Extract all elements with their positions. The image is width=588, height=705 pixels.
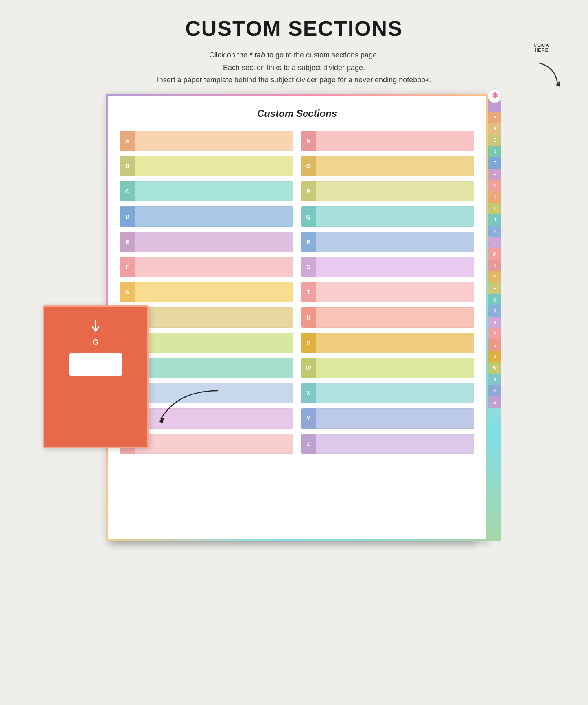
section-content-m xyxy=(135,434,293,454)
tab-item-d[interactable]: D xyxy=(488,146,501,157)
popup-arrow-icon xyxy=(87,319,104,335)
section-row-right-r[interactable]: R xyxy=(301,232,474,252)
section-content-i xyxy=(135,333,293,353)
section-content-t xyxy=(316,282,474,302)
section-label-z: Z xyxy=(301,434,316,454)
section-label-d: D xyxy=(120,206,135,227)
tab-item-n[interactable]: N xyxy=(488,260,501,271)
section-row-left-c[interactable]: C xyxy=(120,181,293,201)
section-content-w xyxy=(316,358,474,378)
section-label-n: N xyxy=(301,131,316,151)
arrow-to-tab-icon xyxy=(531,59,564,92)
tab-item-x[interactable]: X xyxy=(488,374,501,385)
tab-item-i[interactable]: I xyxy=(488,203,501,214)
tab-item-y[interactable]: Y xyxy=(488,385,501,396)
section-content-r xyxy=(316,232,474,252)
tab-item-p[interactable]: P xyxy=(488,282,501,294)
section-label-c: C xyxy=(120,181,135,201)
click-here-label: CLICKHERE xyxy=(533,43,549,53)
section-label-r: R xyxy=(301,232,316,252)
section-content-j xyxy=(135,358,293,378)
section-content-c xyxy=(135,181,293,201)
section-row-left-f[interactable]: F xyxy=(120,257,293,277)
section-content-a xyxy=(135,131,293,151)
section-row-right-x[interactable]: X xyxy=(301,383,474,403)
section-label-q: Q xyxy=(301,206,316,227)
section-content-b xyxy=(135,156,293,176)
tab-item-v[interactable]: V xyxy=(488,351,501,362)
tab-item-b[interactable]: B xyxy=(488,123,501,134)
notebook-wrapper: Custom Sections A N B O C P D Q xyxy=(106,94,521,541)
tab-item-e[interactable]: E xyxy=(488,157,501,169)
subtitle-line3: Insert a paper template behind the subje… xyxy=(0,74,588,86)
g-popup-arrow-icon xyxy=(144,387,226,436)
section-label-o: O xyxy=(301,156,316,176)
section-label-x: X xyxy=(301,383,316,403)
tab-item-f[interactable]: F xyxy=(488,169,501,180)
section-label-u: U xyxy=(301,307,316,328)
section-label-e: E xyxy=(120,232,135,252)
section-label-w: W xyxy=(301,358,316,378)
tab-item-c[interactable]: C xyxy=(488,134,501,146)
section-content-z xyxy=(316,434,474,454)
section-row-left-b[interactable]: B xyxy=(120,156,293,176)
section-row-right-q[interactable]: Q xyxy=(301,206,474,227)
section-content-n xyxy=(316,131,474,151)
section-content-q xyxy=(316,206,474,227)
g-popup-label: G xyxy=(93,338,98,347)
section-row-right-n[interactable]: N xyxy=(301,131,474,151)
tab-item-o[interactable]: O xyxy=(488,271,501,282)
tab-item-q[interactable]: Q xyxy=(488,294,501,305)
tab-item-a[interactable]: A xyxy=(488,112,501,123)
section-content-g xyxy=(135,282,293,302)
section-row-right-s[interactable]: S xyxy=(301,257,474,277)
subtitle-line1: Click on the * tab to go to the custom s… xyxy=(0,49,588,61)
section-label-a: A xyxy=(120,131,135,151)
tab-item-h[interactable]: H xyxy=(488,191,501,203)
tab-item-r[interactable]: R xyxy=(488,305,501,317)
section-content-x xyxy=(316,383,474,403)
g-popup-name-box xyxy=(69,353,122,376)
tab-item-m[interactable]: M xyxy=(488,248,501,260)
page-heading: Custom Sections xyxy=(120,108,474,119)
section-row-right-w[interactable]: W xyxy=(301,358,474,378)
tab-item-s[interactable]: S xyxy=(488,317,501,328)
section-content-d xyxy=(135,206,293,227)
section-row-left-d[interactable]: D xyxy=(120,206,293,227)
section-label-p: P xyxy=(301,181,316,201)
section-row-right-o[interactable]: O xyxy=(301,156,474,176)
section-row-left-e[interactable]: E xyxy=(120,232,293,252)
section-row-right-u[interactable]: U xyxy=(301,307,474,328)
section-content-v xyxy=(316,333,474,353)
tab-item-j[interactable]: J xyxy=(488,214,501,226)
section-label-t: T xyxy=(301,282,316,302)
section-content-u xyxy=(316,307,474,328)
section-content-e xyxy=(135,232,293,252)
svg-marker-0 xyxy=(555,81,560,87)
section-row-right-z[interactable]: Z xyxy=(301,434,474,454)
section-row-right-y[interactable]: Y xyxy=(301,408,474,429)
tab-item-z[interactable]: Z xyxy=(488,396,501,408)
section-row-right-v[interactable]: V xyxy=(301,333,474,353)
section-content-y xyxy=(316,408,474,429)
tab-item-t[interactable]: T xyxy=(488,328,501,339)
tab-item-w[interactable]: W xyxy=(488,362,501,374)
section-row-left-a[interactable]: A xyxy=(120,131,293,151)
section-row-right-t[interactable]: T xyxy=(301,282,474,302)
tab-item-l[interactable]: L xyxy=(488,237,501,248)
star-tab-emphasis: * tab xyxy=(249,51,265,59)
subtitle-line2: Each section links to a subject divider … xyxy=(0,61,588,74)
section-label-f: F xyxy=(120,257,135,277)
section-label-b: B xyxy=(120,156,135,176)
tab-item-u[interactable]: U xyxy=(488,339,501,351)
section-row-left-g[interactable]: G xyxy=(120,282,293,302)
section-row-right-p[interactable]: P xyxy=(301,181,474,201)
tab-item-g[interactable]: G xyxy=(488,180,501,191)
tab-item-k[interactable]: K xyxy=(488,226,501,237)
section-content-o xyxy=(316,156,474,176)
tab-strip: ✱ ABCDEFGHIJKLMNOPQRSTUVWXYZ xyxy=(488,94,501,541)
section-label-g: G xyxy=(120,282,135,302)
section-content-s xyxy=(316,257,474,277)
star-tab[interactable]: ✱ xyxy=(487,88,502,103)
section-content-h xyxy=(135,307,293,328)
